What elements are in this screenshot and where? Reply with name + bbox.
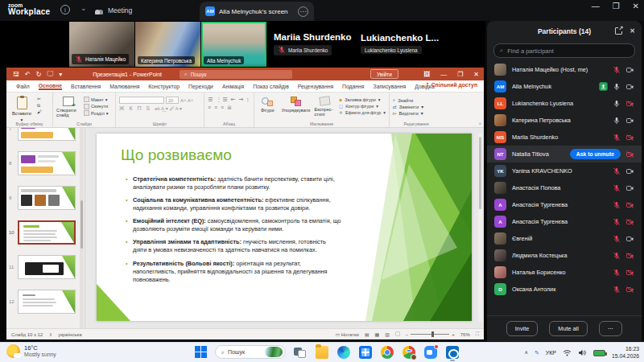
signin-button[interactable]: Увійти — [370, 69, 398, 79]
paste-button[interactable]: Вставити▾ — [10, 95, 34, 122]
ribbon-tab-Файл[interactable]: Файл — [16, 84, 30, 89]
ribbon-tab-Подання[interactable]: Подання — [342, 84, 364, 89]
reset-button[interactable]: Скинути — [84, 104, 109, 109]
ppt-close-button[interactable]: ✕ — [473, 71, 479, 78]
ribbon-tab-Вставлення[interactable]: Вставлення — [71, 84, 101, 89]
tab-meeting[interactable]: Meeting — [95, 3, 132, 18]
ribbon-tab-Рецензування[interactable]: Рецензування — [298, 84, 333, 89]
tray-chevron-icon[interactable]: ˄ — [525, 350, 528, 356]
ribbon-tab-Записування[interactable]: Записування — [374, 84, 407, 89]
shape-fill-button[interactable]: ◆Заливка фігури ▾ — [339, 97, 386, 102]
ribbon-tab-Конструктор[interactable]: Конструктор — [148, 84, 180, 89]
participant-row[interactable]: Людмила Костецька — [487, 247, 642, 264]
slideshow-icon[interactable]: 🖵 — [395, 331, 400, 337]
mute-all-button[interactable]: Mute all — [549, 321, 588, 336]
edge-icon[interactable] — [337, 346, 350, 359]
video-tile[interactable]: Alla Melnychuk — [201, 22, 266, 67]
slide-thumbnail-10[interactable]: 10 — [18, 220, 76, 245]
zoom-slider[interactable]: −+ — [406, 332, 455, 337]
more-button[interactable]: ⋯ — [599, 321, 622, 336]
quick-styles-button[interactable]: Експрес-стилі — [315, 95, 336, 117]
layout-button[interactable]: Макет ▾ — [84, 97, 109, 102]
chrome-profile-icon[interactable] — [402, 346, 415, 359]
info-icon[interactable]: i — [60, 5, 70, 14]
slide-thumbnail-12[interactable]: 12 — [18, 290, 76, 314]
save-icon[interactable]: 🖫 — [13, 71, 19, 78]
shape-outline-button[interactable]: ▢Контур фігури ▾ — [339, 104, 386, 109]
ribbon-display-icon[interactable]: 🖽 — [423, 71, 430, 78]
participant-row[interactable]: AMAlla Melnychuk — [487, 78, 642, 95]
participant-row[interactable]: MSMariia Shurdenko — [487, 129, 642, 146]
cut-icon[interactable]: ✂ — [37, 97, 42, 101]
ribbon-tab-Основне[interactable]: Основне — [39, 83, 62, 90]
close-button[interactable]: ✕ — [633, 2, 639, 10]
participant-row[interactable]: LLLukianchenko Lyusiena — [487, 95, 642, 112]
reading-view-icon[interactable]: ▥ — [385, 331, 390, 337]
collapse-ribbon-icon[interactable]: ˄ — [478, 121, 481, 126]
slide-sorter-icon[interactable]: ▦ — [375, 331, 380, 337]
ppt-minimize-button[interactable]: — — [440, 71, 447, 78]
participant-row[interactable]: Наталія Мацейко (Host, me) — [487, 61, 642, 78]
present-icon[interactable]: 🖵 — [47, 70, 53, 78]
replace-button[interactable]: ⇄Замінити ▾ — [393, 105, 423, 109]
ribbon-tab-Показ слайдів[interactable]: Показ слайдів — [253, 84, 289, 89]
minimize-button[interactable]: — — [592, 2, 600, 10]
weather-widget[interactable]: 16°C Mostly sunny — [6, 344, 56, 358]
tab-screen-share[interactable]: AM Alla Melnychuk's screen ⋯ — [200, 2, 314, 21]
participant-search-input[interactable]: ⌕ Find a participant — [493, 43, 635, 58]
format-painter-icon[interactable]: 🖌 — [37, 109, 42, 114]
participant-row[interactable]: AАнастасія Тургенєва — [487, 196, 642, 213]
shape-effects-button[interactable]: ❖Ефекти для фігур ▾ — [339, 110, 386, 115]
share-access-button[interactable]: ⤴ Спільний доступ — [426, 82, 477, 88]
maximize-button[interactable]: ❐ — [613, 2, 620, 10]
audio-only-tile[interactable]: Mariia Shurdenko Mariia Shurdenko — [274, 21, 352, 66]
format-buttons[interactable]: Ж К П S — [119, 105, 151, 111]
undo-icon[interactable]: ↶ — [25, 71, 31, 78]
popout-icon[interactable] — [615, 27, 622, 35]
align-buttons[interactable]: ≡ ≡ ≡ ≣ — [208, 105, 250, 111]
wifi-icon[interactable] — [563, 349, 572, 356]
participant-row[interactable]: Катерина Петровська — [487, 112, 642, 129]
notes-button[interactable]: ▭ Нотатки — [335, 331, 359, 337]
audio-only-tile[interactable]: Lukianchenko L... Lukianchenko Lyusiena — [361, 21, 439, 66]
participant-row[interactable]: YKYanina KRAVCHENKO — [487, 162, 642, 179]
clock[interactable]: 16:23 15.04.2026 — [612, 346, 639, 360]
list-buttons[interactable]: ☰ ⋮☰ ⇤ ⇥ ↕ — [208, 97, 250, 103]
zoom-app-icon[interactable] — [424, 346, 437, 359]
arrange-button[interactable]: Упорядкувати — [281, 95, 312, 113]
slide-thumbnail-11[interactable]: 11 — [18, 255, 76, 279]
normal-view-icon[interactable]: ▤ — [365, 331, 369, 337]
customize-qat-icon[interactable]: ▾ — [59, 71, 62, 78]
thumbnail-scrollbar[interactable] — [80, 128, 84, 328]
select-button[interactable]: ▻Виділити ▾ — [393, 111, 423, 116]
invite-button[interactable]: Invite — [506, 321, 538, 336]
outlook-icon[interactable] — [446, 346, 459, 359]
close-panel-icon[interactable]: ✕ — [630, 27, 635, 35]
font-name-box[interactable] — [119, 97, 164, 104]
file-explorer-icon[interactable] — [316, 346, 328, 359]
find-button[interactable]: ⌕Знайти — [393, 97, 423, 103]
ppt-maximize-button[interactable]: ❐ — [457, 71, 463, 78]
section-button[interactable]: Розділ ▾ — [84, 110, 109, 116]
chevron-down-icon[interactable]: ⌄ — [80, 4, 87, 12]
font-size-box[interactable]: 20 — [166, 97, 179, 104]
accessibility-icon[interactable]: 🯅 — [49, 332, 52, 337]
participant-row[interactable]: Анастасія Попова — [487, 179, 642, 196]
battery-icon[interactable] — [593, 350, 605, 356]
new-slide-button[interactable]: Створити слайд — [56, 95, 80, 117]
language-indicator[interactable]: українська — [58, 332, 82, 337]
slide-thumbnail-7[interactable]: 7 — [18, 128, 76, 141]
language-switcher[interactable]: УКР — [546, 350, 556, 356]
redo-icon[interactable]: ↻ — [36, 71, 42, 78]
participant-row[interactable]: Євгеній — [487, 230, 642, 247]
canvas-scrollbar[interactable] — [478, 134, 482, 321]
taskbar-search[interactable]: ⌕ Пошук — [215, 345, 286, 359]
more-options-icon[interactable]: ⋯ — [298, 6, 308, 17]
video-tile[interactable]: Наталія Мацейко — [69, 22, 134, 67]
participant-row[interactable]: Наталья Борисенко — [487, 264, 642, 281]
slide-thumbnail-8[interactable]: 8 — [18, 151, 76, 175]
participant-row[interactable]: AАнастасія Тургенєва — [487, 213, 642, 230]
current-slide[interactable]: Що розвиваємо Стратегічна компетентність… — [97, 134, 472, 321]
participant-row[interactable]: OОксана Антолик — [487, 281, 642, 298]
ppt-search-box[interactable]: ⌕ Пошук — [180, 70, 292, 79]
